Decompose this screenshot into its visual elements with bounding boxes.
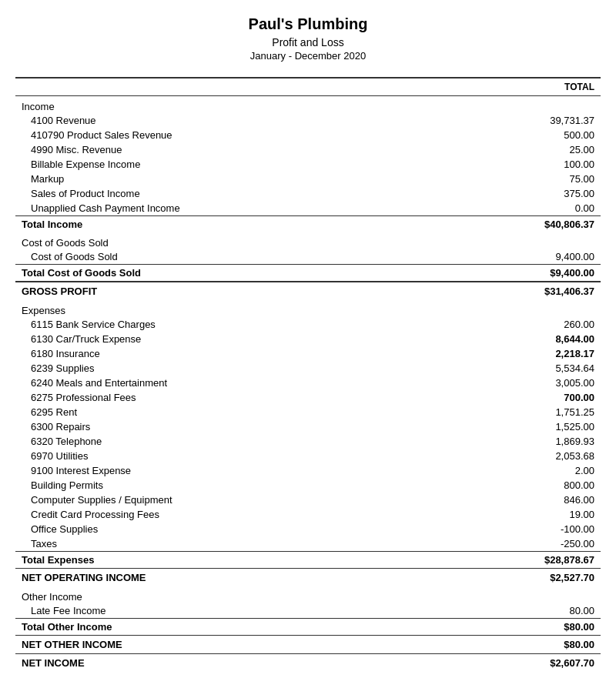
item-label: 6240 Meals and Entertainment [15, 376, 454, 390]
company-name: Paul's Plumbing [15, 15, 601, 33]
item-value: 800.00 [454, 478, 601, 493]
total-column-header: TOTAL [454, 78, 601, 96]
list-item: 6300 Repairs 1,525.00 [15, 419, 601, 434]
list-item: 6115 Bank Service Charges 260.00 [15, 317, 601, 332]
item-value: 2.00 [454, 463, 601, 478]
net-income-row: NET INCOME $2,607.70 [15, 654, 601, 673]
item-label: 6180 Insurance [15, 346, 454, 361]
item-label: Billable Expense Income [15, 157, 454, 172]
item-value: 39,731.37 [454, 113, 601, 128]
list-item: 6275 Professional Fees 700.00 [15, 390, 601, 405]
item-label: Office Supplies [15, 522, 454, 536]
total-expenses-row: Total Expenses $28,878.67 [15, 552, 601, 569]
cogs-label: Cost of Goods Sold [15, 232, 454, 249]
item-label: 6295 Rent [15, 405, 454, 419]
report-header: Paul's Plumbing Profit and Loss January … [15, 15, 601, 62]
list-item: Unapplied Cash Payment Income 0.00 [15, 201, 601, 216]
list-item: 6239 Supplies 5,534.64 [15, 361, 601, 376]
item-value: 846.00 [454, 493, 601, 507]
list-item: 9100 Interest Expense 2.00 [15, 463, 601, 478]
total-income-value: $40,806.37 [454, 216, 601, 233]
item-label: 6275 Professional Fees [15, 390, 454, 405]
list-item: Credit Card Processing Fees 19.00 [15, 507, 601, 522]
item-value: 3,005.00 [454, 376, 601, 390]
item-value: 2,218.17 [454, 346, 601, 361]
total-expenses-label: Total Expenses [15, 552, 454, 569]
item-label: Computer Supplies / Equipment [15, 493, 454, 507]
total-income-label: Total Income [15, 216, 454, 233]
item-value: 8,644.00 [454, 332, 601, 346]
item-label: Taxes [15, 536, 454, 552]
item-value: 0.00 [454, 201, 601, 216]
item-value: 19.00 [454, 507, 601, 522]
total-cogs-label: Total Cost of Goods Sold [15, 265, 454, 282]
total-expenses-value: $28,878.67 [454, 552, 601, 569]
list-item: 6320 Telephone 1,869.93 [15, 434, 601, 449]
total-other-income-row: Total Other Income $80.00 [15, 619, 601, 636]
expenses-label: Expenses [15, 300, 454, 317]
item-value: 375.00 [454, 186, 601, 201]
item-label: 6300 Repairs [15, 419, 454, 434]
total-other-income-value: $80.00 [454, 619, 601, 636]
item-label: 6970 Utilities [15, 449, 454, 463]
gross-profit-value: $31,406.37 [454, 282, 601, 300]
net-operating-row: NET OPERATING INCOME $2,527.70 [15, 569, 601, 587]
item-value: 1,869.93 [454, 434, 601, 449]
total-cogs-value: $9,400.00 [454, 265, 601, 282]
item-label: 4100 Revenue [15, 113, 454, 128]
list-item: Cost of Goods Sold 9,400.00 [15, 249, 601, 265]
label-column-header [15, 78, 454, 96]
item-label: 4990 Misc. Revenue [15, 142, 454, 157]
list-item: 6240 Meals and Entertainment 3,005.00 [15, 376, 601, 390]
list-item: 6295 Rent 1,751.25 [15, 405, 601, 419]
list-item: 6130 Car/Truck Expense 8,644.00 [15, 332, 601, 346]
item-value: 1,525.00 [454, 419, 601, 434]
list-item: Building Permits 800.00 [15, 478, 601, 493]
list-item: Office Supplies -100.00 [15, 522, 601, 536]
item-value: 9,400.00 [454, 249, 601, 265]
list-item: 4100 Revenue 39,731.37 [15, 113, 601, 128]
item-value: -250.00 [454, 536, 601, 552]
item-label: Credit Card Processing Fees [15, 507, 454, 522]
total-other-income-label: Total Other Income [15, 619, 454, 636]
item-label: Sales of Product Income [15, 186, 454, 201]
item-label: Unapplied Cash Payment Income [15, 201, 454, 216]
item-label: Cost of Goods Sold [15, 249, 454, 265]
cogs-section-header: Cost of Goods Sold [15, 232, 601, 249]
total-income-row: Total Income $40,806.37 [15, 216, 601, 233]
report-period: January - December 2020 [15, 50, 601, 62]
item-value: 1,751.25 [454, 405, 601, 419]
item-label: Markup [15, 172, 454, 186]
net-income-value: $2,607.70 [454, 654, 601, 673]
total-cogs-row: Total Cost of Goods Sold $9,400.00 [15, 265, 601, 282]
net-other-income-row: NET OTHER INCOME $80.00 [15, 636, 601, 654]
other-income-section-header: Other Income [15, 586, 601, 603]
gross-profit-label: GROSS PROFIT [15, 282, 454, 300]
list-item: Taxes -250.00 [15, 536, 601, 552]
list-item: 410790 Product Sales Revenue 500.00 [15, 128, 601, 142]
item-value: 700.00 [454, 390, 601, 405]
item-value: 80.00 [454, 603, 601, 619]
net-operating-label: NET OPERATING INCOME [15, 569, 454, 587]
report-name: Profit and Loss [15, 36, 601, 48]
item-label: 9100 Interest Expense [15, 463, 454, 478]
report-container: Paul's Plumbing Profit and Loss January … [15, 15, 601, 672]
item-value: 500.00 [454, 128, 601, 142]
item-label: Late Fee Income [15, 603, 454, 619]
item-label: 6130 Car/Truck Expense [15, 332, 454, 346]
expenses-section-header: Expenses [15, 300, 601, 317]
item-label: Building Permits [15, 478, 454, 493]
income-section-header: Income [15, 96, 601, 114]
list-item: Late Fee Income 80.00 [15, 603, 601, 619]
item-value: 260.00 [454, 317, 601, 332]
net-other-income-label: NET OTHER INCOME [15, 636, 454, 654]
item-label: 6115 Bank Service Charges [15, 317, 454, 332]
list-item: Billable Expense Income 100.00 [15, 157, 601, 172]
list-item: 6180 Insurance 2,218.17 [15, 346, 601, 361]
item-value: 2,053.68 [454, 449, 601, 463]
other-income-label: Other Income [15, 586, 454, 603]
list-item: 4990 Misc. Revenue 25.00 [15, 142, 601, 157]
item-label: 410790 Product Sales Revenue [15, 128, 454, 142]
net-operating-value: $2,527.70 [454, 569, 601, 587]
list-item: Sales of Product Income 375.00 [15, 186, 601, 201]
